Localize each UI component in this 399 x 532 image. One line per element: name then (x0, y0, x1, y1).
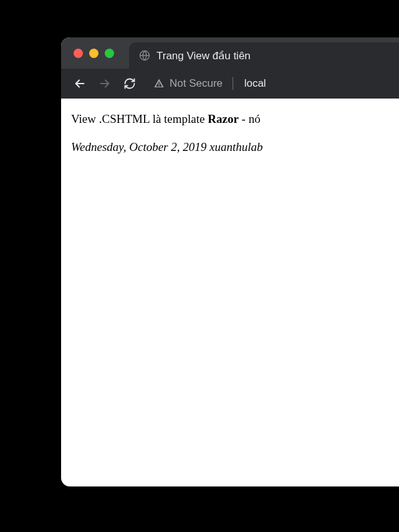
security-status: Not Secure (170, 77, 223, 90)
address-bar: Not Secure │ local (61, 69, 399, 99)
text-italic: Wednesday, October 2, 2019 xuanthulab (71, 140, 262, 153)
minimize-window-button[interactable] (89, 49, 99, 58)
back-button[interactable] (69, 72, 91, 95)
content-line-2: Wednesday, October 2, 2019 xuanthulab (71, 139, 399, 156)
url-field[interactable]: Not Secure │ local (153, 77, 399, 90)
window-controls (61, 37, 114, 69)
url-text: local (244, 77, 266, 90)
text-bold: Razor (208, 112, 239, 125)
url-divider: │ (230, 77, 237, 90)
reload-button[interactable] (118, 72, 141, 95)
text-fragment: View .CSHTML là template (71, 112, 208, 125)
tab-title: Trang View đầu tiên (156, 49, 251, 62)
forward-button[interactable] (94, 72, 116, 95)
close-window-button[interactable] (74, 49, 83, 58)
content-line-1: View .CSHTML là template Razor - nó (71, 111, 399, 128)
text-fragment: - nó (239, 112, 261, 125)
browser-window: Trang View đầu tiên Not Se (61, 37, 399, 486)
maximize-window-button[interactable] (105, 49, 114, 58)
browser-tab[interactable]: Trang View đầu tiên (129, 42, 399, 69)
globe-icon (139, 50, 150, 61)
not-secure-icon (153, 78, 165, 89)
page-content: View .CSHTML là template Razor - nó Wedn… (61, 99, 399, 179)
tab-strip: Trang View đầu tiên (61, 37, 399, 69)
